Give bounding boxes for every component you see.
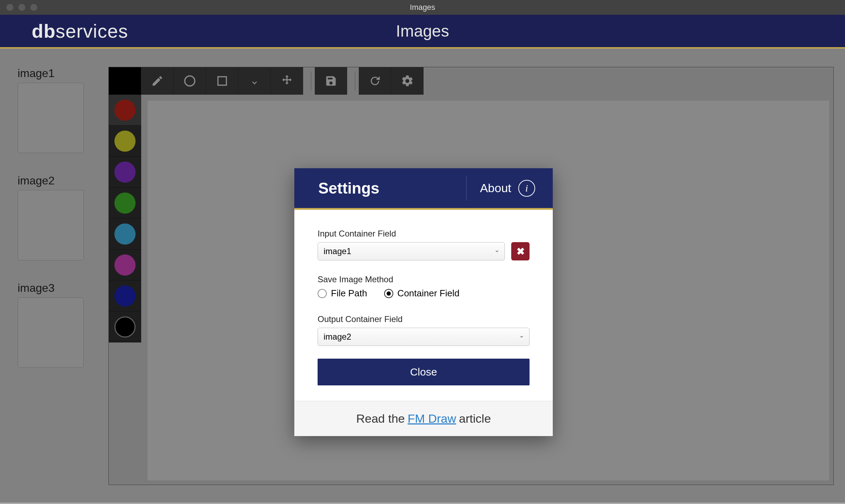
dialog-header: Settings About i (294, 168, 553, 210)
input-container-label: Input Container Field (318, 229, 530, 239)
footer-pre: Read the (356, 412, 405, 426)
close-button[interactable]: Close (318, 359, 530, 385)
radio-icon (384, 289, 393, 298)
about-button[interactable]: About i (466, 176, 535, 201)
dialog-title: Settings (318, 179, 380, 197)
window-title: Images (410, 3, 435, 12)
input-container-select[interactable]: image1 ⌄ (318, 242, 505, 260)
traffic-lights (6, 4, 37, 11)
output-container-select[interactable]: image2 ⌄ (318, 328, 530, 346)
page-title: Images (396, 21, 449, 40)
radio-file-path[interactable]: File Path (318, 288, 367, 299)
dialog-body: Input Container Field image1 ⌄ ✖ Save Im… (294, 210, 553, 401)
close-label: Close (410, 366, 437, 378)
save-method-radio-group: File Path Container Field (318, 288, 530, 299)
close-window-button[interactable] (6, 4, 13, 11)
workspace: image1 image2 image3 (0, 49, 845, 503)
radio-icon (318, 289, 327, 298)
info-icon: i (518, 180, 535, 197)
output-container-label: Output Container Field (318, 314, 530, 324)
app-header: dbservices Images (0, 15, 845, 49)
brand-prefix: db (32, 20, 56, 42)
window-titlebar: Images (0, 0, 845, 15)
fm-draw-link[interactable]: FM Draw (408, 412, 456, 426)
brand-logo: dbservices (32, 20, 128, 42)
save-method-label: Save Image Method (318, 275, 530, 284)
about-label: About (480, 181, 511, 195)
footer-post: article (459, 412, 491, 426)
radio-label: Container Field (398, 288, 459, 299)
brand-rest: services (56, 20, 128, 42)
radio-container-field[interactable]: Container Field (384, 288, 459, 299)
input-container-value: image1 (324, 246, 351, 256)
minimize-window-button[interactable] (18, 4, 25, 11)
close-icon: ✖ (517, 246, 525, 257)
chevron-down-icon: ⌄ (519, 332, 524, 339)
chevron-down-icon: ⌄ (494, 246, 500, 254)
dialog-footer: Read the FM Draw article (294, 401, 553, 436)
zoom-window-button[interactable] (30, 4, 37, 11)
settings-dialog: Settings About i Input Container Field i… (294, 168, 553, 436)
clear-input-button[interactable]: ✖ (511, 242, 530, 260)
output-container-value: image2 (324, 332, 351, 342)
radio-label: File Path (331, 288, 367, 299)
